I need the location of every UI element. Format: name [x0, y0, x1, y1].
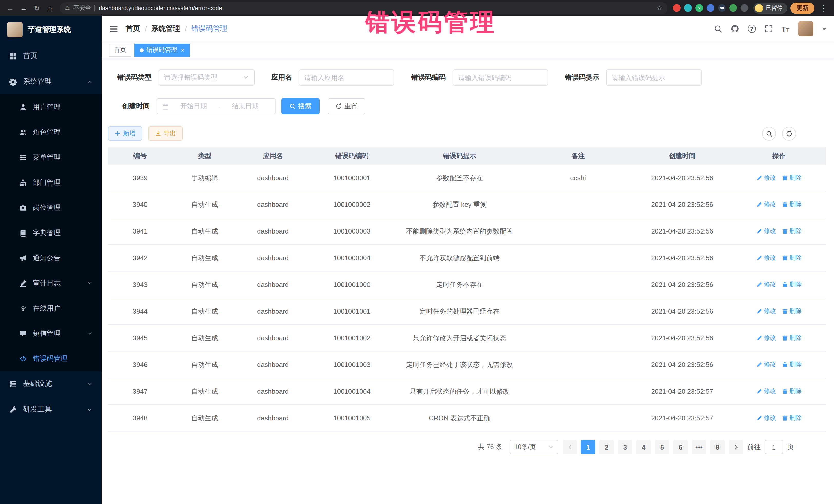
sidebar-item[interactable]: 研发工具 — [0, 397, 102, 422]
address-bar[interactable]: ⚠ 不安全 dashboard.yudao.iocoder.cn/system/… — [60, 2, 668, 14]
browser-update-button[interactable]: 更新 — [790, 2, 814, 14]
browser-home-icon[interactable]: ⌂ — [44, 2, 57, 14]
delete-link[interactable]: 删除 — [782, 334, 802, 342]
column-header[interactable]: 备注 — [524, 151, 632, 161]
extension-icon[interactable] — [684, 4, 692, 12]
edit-link[interactable]: 修改 — [756, 360, 776, 369]
extension-icon[interactable] — [729, 4, 737, 12]
profile-paused-chip[interactable]: 已暂停 — [753, 2, 787, 14]
user-avatar[interactable] — [798, 21, 813, 37]
app-logo[interactable]: 芋道管理系统 — [0, 16, 102, 43]
error-hint-input[interactable] — [606, 69, 702, 86]
close-icon[interactable]: × — [181, 46, 184, 54]
column-header[interactable]: 错误码提示 — [395, 151, 524, 161]
online-icon — [20, 305, 27, 312]
next-page-icon[interactable] — [729, 440, 743, 454]
extension-icon[interactable]: on — [718, 4, 726, 12]
page-number[interactable]: 2 — [599, 440, 614, 454]
page-number[interactable]: 5 — [655, 440, 669, 454]
extension-icon[interactable] — [707, 4, 715, 12]
refresh-table-icon[interactable] — [782, 127, 796, 140]
delete-link[interactable]: 删除 — [782, 227, 802, 236]
sidebar-item[interactable]: 基础设施 — [0, 371, 102, 397]
column-header[interactable]: 错误码编码 — [309, 151, 395, 161]
delete-link[interactable]: 删除 — [782, 254, 802, 262]
tab-error-code[interactable]: 错误码管理 × — [134, 43, 190, 57]
breadcrumb-home[interactable]: 首页 — [126, 24, 140, 34]
page-number[interactable]: ••• — [692, 440, 706, 454]
github-icon[interactable] — [730, 25, 739, 33]
goto-page-input[interactable] — [765, 440, 783, 454]
sidebar-subitem[interactable]: 角色管理 — [0, 119, 102, 145]
page-number[interactable]: 4 — [636, 440, 651, 454]
sidebar-item-system[interactable]: 系统管理 — [0, 69, 102, 94]
edit-link[interactable]: 修改 — [756, 200, 776, 209]
sidebar-subitem[interactable]: 用户管理 — [0, 94, 102, 119]
delete-link[interactable]: 删除 — [782, 387, 802, 396]
add-button[interactable]: 新增 — [108, 126, 142, 140]
column-header[interactable]: 操作 — [732, 151, 826, 161]
export-button[interactable]: 导出 — [148, 126, 183, 140]
delete-icon — [782, 255, 788, 261]
forward-icon[interactable]: → — [18, 2, 30, 14]
page-number[interactable]: 6 — [673, 440, 688, 454]
sidebar-subitem[interactable]: 短信管理 — [0, 321, 102, 346]
sidebar-subitem[interactable]: 错误码管理 — [0, 346, 102, 371]
sidebar-subitem[interactable]: 岗位管理 — [0, 195, 102, 220]
column-header[interactable]: 类型 — [172, 151, 237, 161]
delete-link[interactable]: 删除 — [782, 307, 802, 316]
sidebar-subitem[interactable]: 在线用户 — [0, 295, 102, 321]
page-number[interactable]: 8 — [710, 440, 725, 454]
help-icon[interactable]: ? — [748, 25, 756, 33]
caret-down-icon[interactable] — [822, 27, 826, 30]
browser-menu-icon[interactable]: ⋮ — [817, 2, 830, 14]
delete-link[interactable]: 删除 — [782, 360, 802, 369]
error-code-input[interactable] — [453, 69, 548, 86]
tab-home[interactable]: 首页 — [109, 43, 131, 57]
delete-link[interactable]: 删除 — [782, 174, 802, 182]
edit-link[interactable]: 修改 — [756, 414, 776, 422]
edit-link[interactable]: 修改 — [756, 174, 776, 182]
prev-page-icon[interactable] — [563, 440, 577, 454]
date-range-picker[interactable]: 开始日期 - 结束日期 — [156, 98, 276, 114]
extension-icon[interactable] — [741, 4, 748, 12]
sidebar-subitem[interactable]: 审计日志 — [0, 270, 102, 295]
edit-link[interactable]: 修改 — [756, 280, 776, 289]
toggle-search-icon[interactable] — [762, 127, 776, 140]
breadcrumb-system[interactable]: 系统管理 — [151, 24, 180, 34]
back-icon[interactable]: ← — [4, 2, 17, 14]
extension-icon[interactable] — [673, 4, 681, 12]
reload-icon[interactable]: ↻ — [31, 2, 43, 14]
page-size-select[interactable]: 10条/页 — [510, 440, 558, 454]
edit-link[interactable]: 修改 — [756, 307, 776, 316]
edit-link[interactable]: 修改 — [756, 387, 776, 396]
page-number[interactable]: 3 — [618, 440, 632, 454]
reset-button[interactable]: 重置 — [328, 98, 366, 114]
delete-link[interactable]: 删除 — [782, 200, 802, 209]
sidebar-subitem[interactable]: 通知公告 — [0, 245, 102, 270]
sidebar-item-home[interactable]: 首页 — [0, 43, 102, 69]
search-icon[interactable] — [714, 25, 722, 33]
column-header[interactable]: 创建时间 — [632, 151, 732, 161]
edit-link[interactable]: 修改 — [756, 227, 776, 236]
app-name-input[interactable] — [299, 69, 394, 86]
search-button[interactable]: 搜索 — [281, 98, 320, 114]
cell-id: 3942 — [108, 251, 172, 265]
delete-link[interactable]: 删除 — [782, 280, 802, 289]
sidebar-subitem[interactable]: 菜单管理 — [0, 145, 102, 170]
extension-icon[interactable]: V — [696, 4, 703, 12]
error-type-select[interactable]: 请选择错误码类型 — [158, 69, 254, 86]
edit-link[interactable]: 修改 — [756, 254, 776, 262]
font-size-icon[interactable]: TT — [782, 24, 789, 33]
page-number[interactable]: 1 — [581, 440, 595, 454]
fullscreen-icon[interactable] — [765, 25, 773, 33]
delete-link[interactable]: 删除 — [782, 414, 802, 422]
sidebar-subitem[interactable]: 字典管理 — [0, 220, 102, 245]
hamburger-icon[interactable] — [109, 24, 118, 33]
column-header[interactable]: 应用名 — [237, 151, 309, 161]
table-row: 3939 手动编辑 dashboard 1001000001 参数配置不存在 c… — [108, 165, 826, 192]
column-header[interactable]: 编号 — [108, 151, 172, 161]
sidebar-subitem[interactable]: 部门管理 — [0, 170, 102, 195]
bookmark-star-icon[interactable]: ☆ — [657, 4, 663, 12]
edit-link[interactable]: 修改 — [756, 334, 776, 342]
